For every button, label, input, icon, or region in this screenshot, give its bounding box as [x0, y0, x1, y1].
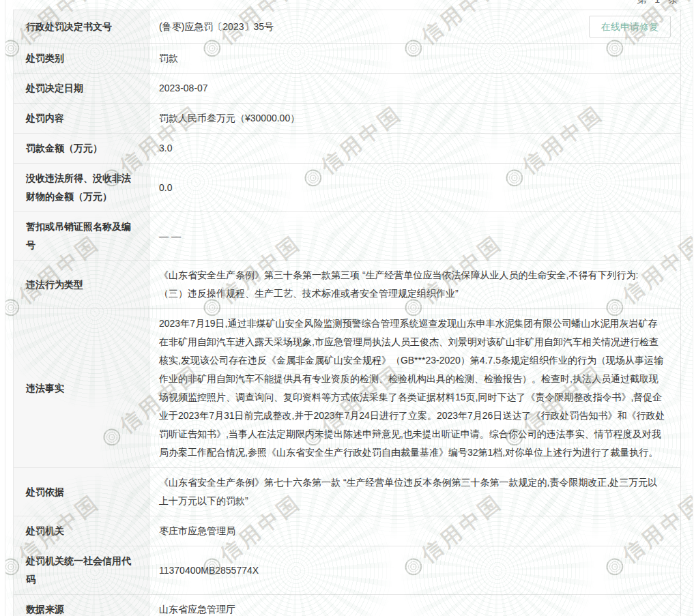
- penalty-decision-date: 2023-08-07: [159, 79, 208, 98]
- confiscation-amount: 0.0: [159, 179, 172, 197]
- authority-credit-code: 11370400MB2855774X: [159, 561, 259, 580]
- row-label: 暂扣或吊销证照名称及编号: [14, 212, 149, 260]
- violation-type: 《山东省安全生产条例》第三十条第一款第三项 “生产经营单位应当依法保障从业人员的…: [159, 266, 638, 303]
- row-label: 数据来源: [14, 595, 149, 616]
- penalty-doc-number: (鲁枣)应急罚〔2023〕35号: [159, 18, 274, 36]
- row-value: 枣庄市应急管理局: [149, 516, 680, 546]
- row-value: 2023-08-07: [149, 74, 680, 103]
- table-row: 违法事实 2023年7月19日,通过非煤矿山安全风险监测预警综合管理系统巡查发现…: [14, 308, 680, 467]
- row-label: 处罚决定日期: [14, 74, 149, 103]
- row-value: 《山东省安全生产条例》第七十六条第一款 “生产经营单位违反本条例第三十条第一款规…: [149, 468, 680, 516]
- page-container: 第 1 条 行政处罚决定书文号 (鲁枣)应急罚〔2023〕35号 在线申请修复 …: [5, 0, 693, 616]
- penalty-authority: 枣庄市应急管理局: [159, 522, 235, 540]
- penalty-record-table: 行政处罚决定书文号 (鲁枣)应急罚〔2023〕35号 在线申请修复 处罚类别 罚…: [13, 10, 681, 616]
- online-repair-request-button[interactable]: 在线申请修复: [589, 16, 671, 38]
- row-value: 罚款: [149, 44, 680, 73]
- penalty-category: 罚款: [159, 49, 178, 68]
- license-suspension: — —: [159, 227, 181, 246]
- row-value: 3.0: [149, 134, 680, 163]
- row-label: 没收违法所得、没收非法财物的金额（万元）: [14, 164, 149, 211]
- table-row: 处罚机关 枣庄市应急管理局: [14, 516, 680, 546]
- row-label: 行政处罚决定书文号: [14, 10, 149, 43]
- table-row: 行政处罚决定书文号 (鲁枣)应急罚〔2023〕35号 在线申请修复: [14, 10, 680, 43]
- table-row: 处罚决定日期 2023-08-07: [14, 73, 680, 103]
- row-value: 《山东省安全生产条例》第三十条第一款第三项 “生产经营单位应当依法保障从业人员的…: [149, 261, 680, 308]
- row-label: 处罚内容: [14, 104, 149, 133]
- table-row: 罚款金额（万元） 3.0: [14, 133, 680, 163]
- table-row: 没收违法所得、没收非法财物的金额（万元） 0.0: [14, 163, 680, 211]
- row-value: 11370400MB2855774X: [149, 546, 680, 594]
- row-label: 处罚机关: [14, 516, 149, 546]
- row-label: 处罚类别: [14, 44, 149, 73]
- row-label: 违法事实: [14, 309, 149, 467]
- table-row: 处罚依据 《山东省安全生产条例》第七十六条第一款 “生产经营单位违反本条例第三十…: [14, 467, 680, 516]
- table-row: 处罚机关统一社会信用代码 11370400MB2855774X: [14, 546, 680, 594]
- row-label: 处罚依据: [14, 468, 149, 516]
- violation-facts: 2023年7月19日,通过非煤矿山安全风险监测预警综合管理系统巡查发现山东申丰水…: [159, 314, 667, 462]
- penalty-content: 罚款人民币叁万元（¥30000.00）: [159, 109, 300, 128]
- table-row: 处罚内容 罚款人民币叁万元（¥30000.00）: [14, 103, 680, 133]
- data-source: 山东省应急管理厅: [159, 600, 235, 616]
- penalty-basis: 《山东省安全生产条例》第七十六条第一款 “生产经营单位违反本条例第三十条第一款规…: [159, 473, 667, 510]
- row-label: 违法行为类型: [14, 261, 149, 308]
- row-label: 罚款金额（万元）: [14, 134, 149, 163]
- table-row: 数据来源 山东省应急管理厅: [14, 594, 680, 616]
- fine-amount: 3.0: [159, 139, 172, 158]
- pagination-clipped-text: 第 1 条: [637, 0, 680, 6]
- row-value: (鲁枣)应急罚〔2023〕35号 在线申请修复: [149, 10, 680, 43]
- row-label: 处罚机关统一社会信用代码: [14, 546, 149, 594]
- table-row: 暂扣或吊销证照名称及编号 — —: [14, 211, 680, 260]
- row-value: 山东省应急管理厅: [149, 595, 680, 616]
- table-row: 处罚类别 罚款: [14, 43, 680, 73]
- row-value: 2023年7月19日,通过非煤矿山安全风险监测预警综合管理系统巡查发现山东申丰水…: [149, 309, 680, 467]
- table-row: 违法行为类型 《山东省安全生产条例》第三十条第一款第三项 “生产经营单位应当依法…: [14, 260, 680, 308]
- row-value: — —: [149, 212, 680, 260]
- row-value: 0.0: [149, 164, 680, 211]
- row-value: 罚款人民币叁万元（¥30000.00）: [149, 104, 680, 133]
